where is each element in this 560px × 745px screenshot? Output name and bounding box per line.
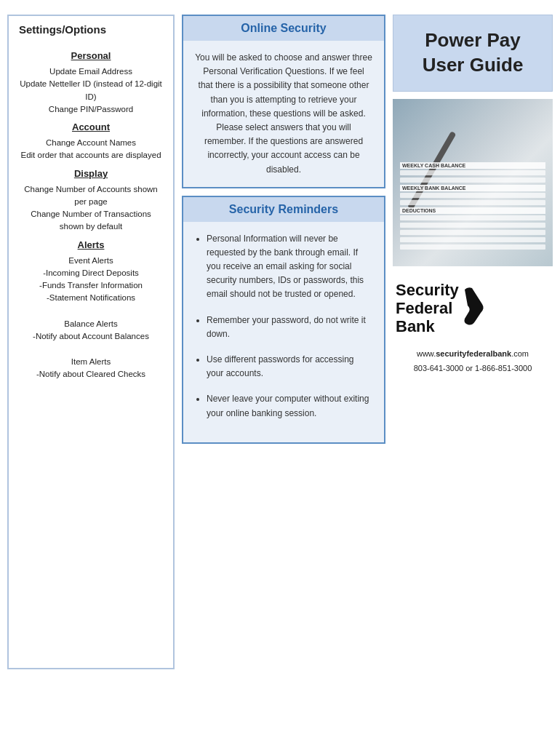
personal-item-2: Update Netteller ID (instead of 12-digit… [19,78,163,103]
bank-image: WEEKLY CASH BALANCE WEEKLY BANK BALANCE … [393,99,553,266]
alerts-item-6: Balance Alerts [19,318,163,330]
alerts-heading: Alerts [19,239,163,250]
online-security-body: You will be asked to choose and answer t… [183,41,384,187]
alerts-item-9: Item Alerts [19,356,163,368]
doc-line-6 [400,223,545,228]
alerts-item-2: -Incoming Direct Deposits [19,267,163,279]
personal-item-1: Update Email Address [19,65,163,78]
doc-line-2 [400,178,545,183]
account-item-1: Change Account Names [19,137,163,149]
reminder-item-4: Never leave your computer without exitin… [207,392,372,420]
bank-logo: Security Federal Bank [393,274,553,339]
title-box: Power Pay User Guide [393,15,553,92]
doc-label-1: WEEKLY CASH BALANCE [400,162,545,169]
bank-name-line2: Federal [396,299,452,317]
account-item-2: Edit order that accounts are displayed [19,149,163,162]
doc-line-4 [400,200,545,205]
doc-line-1 [400,170,545,175]
bank-logo-slash-area [462,281,485,327]
settings-box: Settings/Options Personal Update Email A… [7,15,175,669]
doc-line-7 [400,230,545,235]
settings-title: Settings/Options [19,23,163,36]
right-column: Power Pay User Guide WEEKLY CASH BALANCE… [393,15,553,730]
display-item-1: Change Number of Accounts shown per page [19,183,163,209]
bank-website: www.securityfederalbank.com [393,347,553,362]
doc-lines: WEEKLY CASH BALANCE WEEKLY BANK BALANCE … [400,162,545,252]
bank-contact: www.securityfederalbank.com 803-641-3000… [393,347,553,376]
bank-phone: 803-641-3000 or 1-866-851-3000 [393,362,553,376]
alerts-item-4: -Statement Notifications [19,292,163,304]
alerts-item-10: -Notify about Cleared Checks [19,368,163,381]
reminder-item-1: Personal Information will never be reque… [207,232,372,302]
display-item-2: Change Number of Transactions shown by d… [19,208,163,234]
title-line1: Power Pay User Guide [404,28,542,78]
doc-label-3: DEDUCTIONS [400,207,545,214]
security-reminders-box: Security Reminders Personal Information … [182,196,385,444]
doc-line-9 [400,244,545,250]
doc-label-2: WEEKLY BANK BALANCE [400,185,545,191]
bank-image-inner: WEEKLY CASH BALANCE WEEKLY BANK BALANCE … [393,99,553,266]
doc-line-3 [400,193,545,198]
security-reminders-body: Personal Information will never be reque… [183,222,384,442]
security-reminders-header: Security Reminders [183,197,384,222]
display-heading: Display [19,168,163,179]
reminder-item-2: Remember your password, do not write it … [207,314,372,341]
personal-item-3: Change PIN/Password [19,103,163,116]
personal-section: Personal Update Email Address Update Net… [19,50,163,116]
bank-name-line1: Security [396,281,459,299]
online-security-header: Online Security [183,16,384,41]
display-section: Display Change Number of Accounts shown … [19,168,163,234]
security-reminders-list: Personal Information will never be reque… [195,232,372,421]
alerts-item-3: -Funds Transfer Information [19,279,163,292]
alerts-item-1: Event Alerts [19,255,163,267]
doc-line-5 [400,215,545,220]
account-heading: Account [19,121,163,132]
online-security-box: Online Security You will be asked to cho… [182,15,385,188]
doc-line-8 [400,237,545,242]
middle-column: Online Security You will be asked to cho… [182,15,385,730]
personal-heading: Personal [19,50,163,61]
alerts-item-7: -Notify about Account Balances [19,330,163,343]
reminder-item-3: Use different passwords for accessing yo… [207,353,372,381]
left-column: Settings/Options Personal Update Email A… [7,15,175,730]
bank-logo-icon [462,284,485,327]
bank-name-line3: Bank [396,317,435,335]
account-section: Account Change Account Names Edit order … [19,121,163,162]
alerts-section: Alerts Event Alerts -Incoming Direct Dep… [19,239,163,381]
bank-logo-text: Security Federal Bank [396,281,459,336]
